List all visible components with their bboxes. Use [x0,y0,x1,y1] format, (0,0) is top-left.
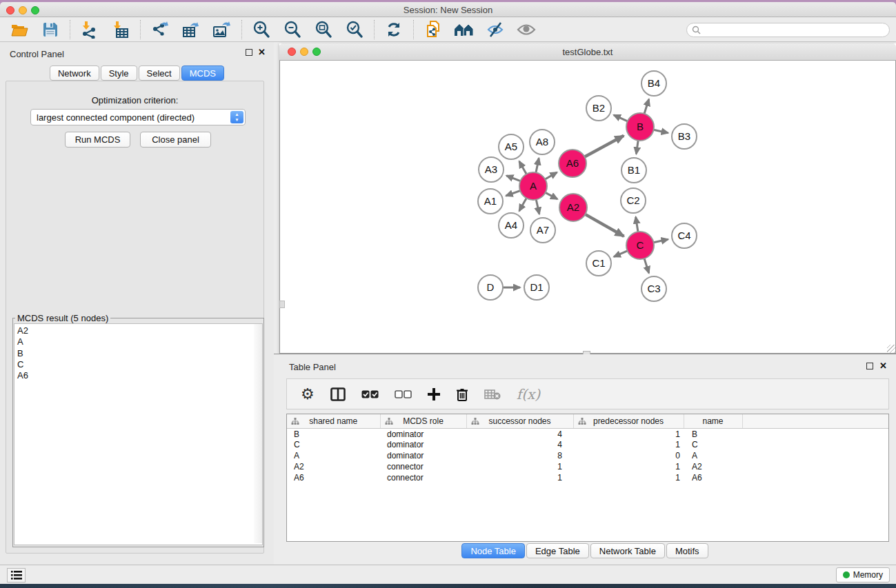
table-float-panel-icon[interactable] [866,363,873,369]
export-image-icon[interactable] [212,20,232,39]
edge-A-A6[interactable] [545,172,557,179]
column-selector-icon[interactable] [330,384,346,405]
edge-A6-B[interactable] [585,136,624,157]
edge-B-B1[interactable] [636,141,638,154]
node-A5[interactable]: A5 [499,134,524,159]
zoom-out-icon[interactable] [282,20,303,39]
column-header-name[interactable]: name [684,414,742,429]
window-titlebar[interactable]: Session: New Session [0,2,896,17]
node-A6[interactable]: A6 [559,150,586,177]
cell[interactable]: B [684,429,742,440]
cell[interactable]: connector [380,461,466,472]
new-network-from-selection-icon[interactable] [423,20,444,39]
zoom-fit-icon[interactable] [313,20,334,39]
first-neighbors-icon[interactable] [454,20,475,39]
refresh-icon[interactable] [384,20,404,39]
table-row[interactable]: Bdominator41B [287,429,889,440]
edge-B-B3[interactable] [654,130,668,133]
cell[interactable]: dominator [380,450,466,461]
tab-network-table[interactable]: Network Table [590,543,665,558]
cell[interactable]: C [684,439,742,450]
function-builder-icon[interactable]: f(x) [517,384,540,405]
memory-button[interactable]: Memory [836,567,890,582]
tab-select[interactable]: Select [139,65,180,81]
edge-A-A3[interactable] [506,176,520,181]
cell[interactable]: A6 [684,472,742,483]
edge-C-C2[interactable] [636,217,638,232]
open-session-icon[interactable] [9,20,30,39]
edge-C-C4[interactable] [654,239,668,243]
cell[interactable]: B [287,429,380,440]
node-C1[interactable]: C1 [586,251,611,276]
show-all-icon[interactable] [516,20,537,39]
node-B4[interactable]: B4 [641,71,666,96]
result-item[interactable]: B [17,348,262,359]
result-item[interactable]: A6 [17,370,262,381]
node-B1[interactable]: B1 [621,158,646,183]
result-item[interactable]: C [17,359,262,370]
table-row[interactable]: Adominator80A [287,450,889,461]
edge-A-A5[interactable] [519,161,526,174]
cell[interactable]: A [684,450,742,461]
cell[interactable]: A2 [287,461,380,472]
column-header-predecessor-nodes[interactable]: predecessor nodes [573,414,684,429]
node-A8[interactable]: A8 [530,130,555,154]
zoom-in-icon[interactable] [251,20,272,39]
import-network-icon[interactable] [79,20,100,39]
node-A1[interactable]: A1 [478,189,503,214]
column-header-successor-nodes[interactable]: successor nodes [466,414,573,429]
tab-motifs[interactable]: Motifs [666,543,708,558]
cell[interactable]: 8 [466,450,573,461]
tab-edge-table[interactable]: Edge Table [526,543,589,558]
cell[interactable]: 4 [466,439,573,450]
node-C[interactable]: C [626,232,654,259]
hide-selected-icon[interactable] [485,20,506,39]
settings-gear-icon[interactable]: ⚙ [301,384,315,405]
cell[interactable]: 0 [573,450,684,461]
edge-A-A7[interactable] [536,200,539,214]
node-A2[interactable]: A2 [559,194,587,221]
edge-A-A1[interactable] [506,191,521,196]
export-table-icon[interactable] [181,20,201,39]
cell[interactable]: A [287,450,380,461]
edge-A2-C[interactable] [585,214,624,236]
node-C4[interactable]: C4 [672,223,697,248]
cell[interactable]: 4 [466,429,573,440]
network-window-titlebar[interactable]: testGlobe.txt [279,43,896,61]
result-item[interactable]: A2 [17,325,262,336]
result-item[interactable]: A [17,336,262,347]
cell[interactable]: 1 [573,429,684,440]
network-canvas[interactable]: B4B2BB3A5A8A6A3B1AA1C2A2A4A7C4CC1C3DD1 [279,61,896,354]
edge-C-C1[interactable] [614,251,628,257]
table-close-panel-icon[interactable]: ✕ [879,361,887,371]
import-table-icon[interactable] [110,20,131,39]
node-B[interactable]: B [626,113,654,141]
cell[interactable]: C [287,439,380,450]
node-B2[interactable]: B2 [586,96,611,121]
table-row[interactable]: A6connector11A6 [287,472,889,483]
delete-table-icon[interactable] [484,384,501,405]
column-header-shared-name[interactable]: shared name [287,414,380,429]
node-A4[interactable]: A4 [499,213,524,238]
tab-style[interactable]: Style [101,65,137,81]
mcds-result-list[interactable]: A2ABCA6 [14,323,263,545]
cell[interactable]: A6 [287,472,380,483]
search-field[interactable] [686,23,890,37]
cell[interactable]: dominator [380,439,466,450]
node-D1[interactable]: D1 [524,275,549,300]
deselect-all-icon[interactable] [395,384,412,405]
edge-C-C3[interactable] [644,258,649,273]
criterion-dropdown[interactable]: largest connected component (directed) ▲… [30,109,246,125]
node-C3[interactable]: C3 [641,276,666,301]
cell[interactable]: dominator [380,429,466,440]
close-panel-button[interactable]: Close panel [140,132,211,148]
edge-B-B2[interactable] [614,115,628,121]
cell[interactable]: 1 [466,472,573,483]
table-row[interactable]: A2connector11A2 [287,461,889,472]
column-header-MCDS-role[interactable]: MCDS role [380,414,466,429]
node-A3[interactable]: A3 [479,157,504,182]
tab-node-table[interactable]: Node Table [461,543,525,558]
export-network-icon[interactable] [150,20,170,39]
canvas-scroll-handle[interactable] [279,301,285,308]
node-D[interactable]: D [478,275,503,300]
